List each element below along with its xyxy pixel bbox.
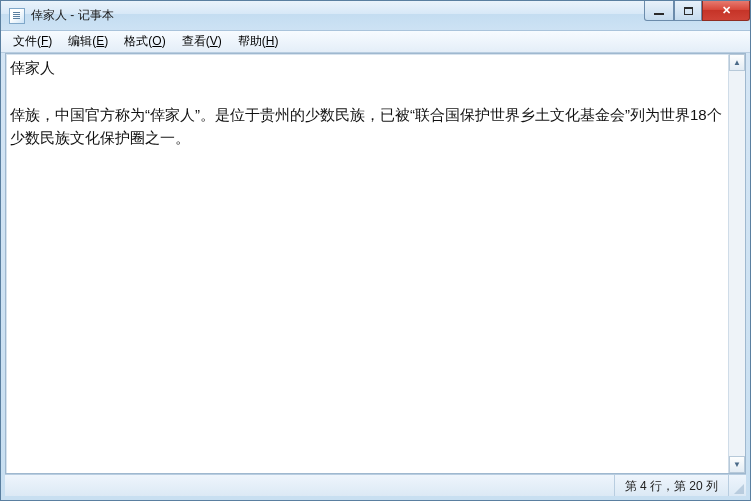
- minimize-button[interactable]: [644, 1, 674, 21]
- close-button[interactable]: [702, 1, 750, 21]
- editor-frame: 倖家人 倖族，中国官方称为“倖家人”。是位于贵州的少数民族，已被“联合国保护世界…: [5, 53, 746, 474]
- scroll-up-button[interactable]: ▲: [729, 54, 745, 71]
- text-editor[interactable]: 倖家人 倖族，中国官方称为“倖家人”。是位于贵州的少数民族，已被“联合国保护世界…: [6, 54, 728, 473]
- menu-help[interactable]: 帮助(H): [230, 31, 287, 52]
- chevron-down-icon: ▼: [733, 460, 741, 469]
- menu-file[interactable]: 文件(F): [5, 31, 60, 52]
- notepad-icon: [9, 8, 25, 24]
- close-icon: [722, 4, 731, 17]
- notepad-window: 倖家人 - 记事本 文件(F) 编辑(E) 格式(O) 查看(V) 帮助(H) …: [0, 0, 751, 501]
- minimize-icon: [654, 13, 664, 15]
- status-bar: 第 4 行，第 20 列: [5, 474, 746, 496]
- menu-edit[interactable]: 编辑(E): [60, 31, 116, 52]
- status-cursor-position: 第 4 行，第 20 列: [614, 475, 728, 496]
- resize-grip[interactable]: [728, 475, 746, 496]
- client-area: 倖家人 倖族，中国官方称为“倖家人”。是位于贵州的少数民族，已被“联合国保护世界…: [1, 53, 750, 500]
- vertical-scrollbar[interactable]: ▲ ▼: [728, 54, 745, 473]
- title-bar[interactable]: 倖家人 - 记事本: [1, 1, 750, 31]
- scroll-down-button[interactable]: ▼: [729, 456, 745, 473]
- menu-view[interactable]: 查看(V): [174, 31, 230, 52]
- maximize-button[interactable]: [674, 1, 702, 21]
- menu-format[interactable]: 格式(O): [116, 31, 173, 52]
- status-spacer: [5, 475, 614, 496]
- window-controls: [644, 1, 750, 21]
- window-title: 倖家人 - 记事本: [31, 7, 114, 24]
- chevron-up-icon: ▲: [733, 58, 741, 67]
- maximize-icon: [684, 7, 693, 15]
- menu-bar: 文件(F) 编辑(E) 格式(O) 查看(V) 帮助(H): [1, 31, 750, 53]
